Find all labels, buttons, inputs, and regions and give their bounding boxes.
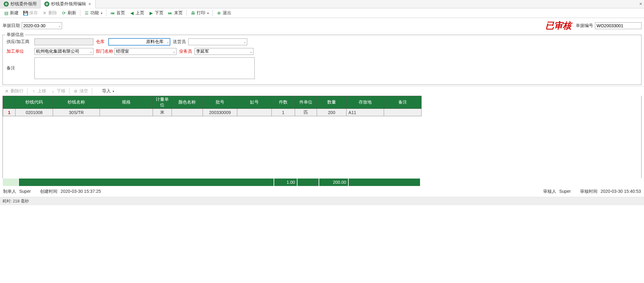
doc-info-fieldset: 单据信息 供应/加工商 仓库 ⌄ 送货员 ⌄ 加工单位 ⌄ 部门名称 ⌄ 业务员… [2,35,642,85]
deliverer-select[interactable] [188,38,247,45]
button-label: 保存 [29,10,38,16]
delete-row-button[interactable]: ✕ 删除行 [2,88,25,95]
refresh-icon: ⟳ [61,11,66,15]
save-icon: 💾 [23,11,28,15]
cell-remark[interactable] [384,109,422,116]
grid-row[interactable]: 1 0201008 30S/TR 米 200330009 1 匹 200 A11 [3,109,422,116]
delete-button[interactable]: ✕ 删除 [40,10,59,16]
separator [212,10,213,16]
print-icon: 🖶 [190,11,195,15]
new-button[interactable]: ▤ 新建 [2,10,20,16]
separator [69,88,69,95]
docnum-label: 单据编号 [576,23,593,29]
next-page-button[interactable]: ▶ 下页 [147,10,165,16]
col-spec[interactable]: 规格 [100,96,153,109]
grid-header-row: 纱线代码 纱线名称 规格 计量单位 颜色名称 批号 缸号 件数 件单位 数量 存… [3,96,422,109]
tab-bar: 纱线委外领用 纱线委外领用编辑 × × [0,0,644,8]
totals-pieceunit [297,178,319,186]
clear-button[interactable]: ⊘ 清空 [71,88,90,95]
processor-select[interactable] [34,48,93,55]
arrow-down-icon: ↓ [51,89,56,94]
totals-qty: 200.00 [319,178,348,186]
createtime-value: 2020-03-30 15:37:25 [60,189,101,194]
globe-icon [44,2,49,7]
tab-label: 纱线委外领用 [11,1,37,7]
globe-icon [4,2,9,7]
exit-icon: ⊗ [217,11,221,15]
col-name[interactable]: 纱线名称 [53,96,100,109]
move-down-button[interactable]: ↓ 下移 [49,88,67,95]
tab-list[interactable]: 纱线委外领用 [0,0,41,8]
exit-button[interactable]: ⊗ 退出 [215,10,233,16]
button-label: 上移 [38,88,46,94]
cell-qty[interactable]: 200 [317,109,347,116]
prev-page-button[interactable]: ◀ 上页 [127,10,146,16]
supplier-input[interactable] [34,38,93,45]
cell-batch[interactable]: 200330009 [203,109,237,116]
col-color[interactable]: 颜色名称 [172,96,203,109]
supplier-label: 供应/加工商 [5,39,33,45]
clear-icon: ⊘ [73,89,78,94]
col-unit[interactable]: 计量单位 [153,96,172,109]
date-input[interactable] [22,22,62,29]
col-code[interactable]: 纱线代码 [16,96,53,109]
first-icon: ⏮ [110,11,115,15]
close-all-icon[interactable]: × [639,1,642,7]
salesman-select[interactable] [195,48,253,55]
first-page-button[interactable]: ⏮ 首页 [108,10,127,16]
import-button[interactable]: 导入 ▾ [94,88,116,95]
totals-pieces: 1.00 [274,178,297,186]
doc-header-row: 单据日期 ⌄ 已审核 单据编号 [0,18,644,33]
separator [27,88,28,95]
col-remark[interactable]: 备注 [384,96,422,109]
docnum-input[interactable] [595,22,642,29]
status-bar: 耗时: 218 毫秒 [0,197,644,205]
salesman-label: 业务员 [178,49,193,54]
cell-pieces[interactable]: 1 [271,109,295,116]
cell-code[interactable]: 0201008 [16,109,53,116]
button-label: 导入 [102,88,111,94]
grid-toolbar: ✕ 删除行 ↑ 上移 ↓ 下移 ⊘ 清空 导入 ▾ [0,86,644,96]
col-pieces[interactable]: 件数 [271,96,295,109]
separator [80,10,80,16]
last-page-button[interactable]: ⏭ 末页 [166,10,185,16]
button-label: 删除 [48,10,57,16]
elapsed-label: 耗时: [2,199,12,203]
totals-tail [348,178,420,186]
move-up-button[interactable]: ↑ 上移 [29,88,48,95]
approved-stamp: 已审核 [545,20,571,32]
close-icon[interactable]: × [88,2,92,7]
col-batch[interactable]: 批号 [203,96,237,109]
button-label: 功能 [90,10,99,16]
button-label: 清空 [79,88,88,94]
tab-edit[interactable]: 纱线委外领用编辑 × [41,0,96,8]
cell-spec[interactable] [100,109,153,116]
warehouse-select[interactable] [108,38,170,46]
remark-label: 备注 [5,65,33,71]
auditor-label: 审核人 [543,189,556,194]
function-button[interactable]: ☰ 功能 ▾ [82,10,104,16]
col-loc[interactable]: 存放地 [347,96,384,109]
delete-icon: ✕ [42,11,47,15]
refresh-button[interactable]: ⟳ 刷新 [60,10,78,16]
save-button[interactable]: 💾 保存 [21,10,40,16]
createtime-label: 创建时间 [40,189,57,194]
dept-select[interactable] [114,48,177,55]
totals-spacer [19,178,274,186]
cell-color[interactable] [172,109,203,116]
cell-vat[interactable] [237,109,271,116]
cell-name[interactable]: 30S/TR [53,109,100,116]
col-pieceunit[interactable]: 件单位 [295,96,317,109]
cell-pieceunit[interactable]: 匹 [295,109,317,116]
auditor-value: Super [559,189,571,194]
cell-unit[interactable]: 米 [153,109,172,116]
remark-textarea[interactable] [34,57,255,79]
last-icon: ⏭ [168,11,173,15]
print-button[interactable]: 🖶 打印 ▾ [189,10,211,16]
cell-loc[interactable]: A11 [347,109,384,116]
col-vat[interactable]: 缸号 [237,96,271,109]
separator [92,88,92,95]
globe-icon [96,89,101,94]
col-qty[interactable]: 数量 [317,96,347,109]
data-grid[interactable]: 纱线代码 纱线名称 规格 计量单位 颜色名称 批号 缸号 件数 件单位 数量 存… [3,96,422,116]
